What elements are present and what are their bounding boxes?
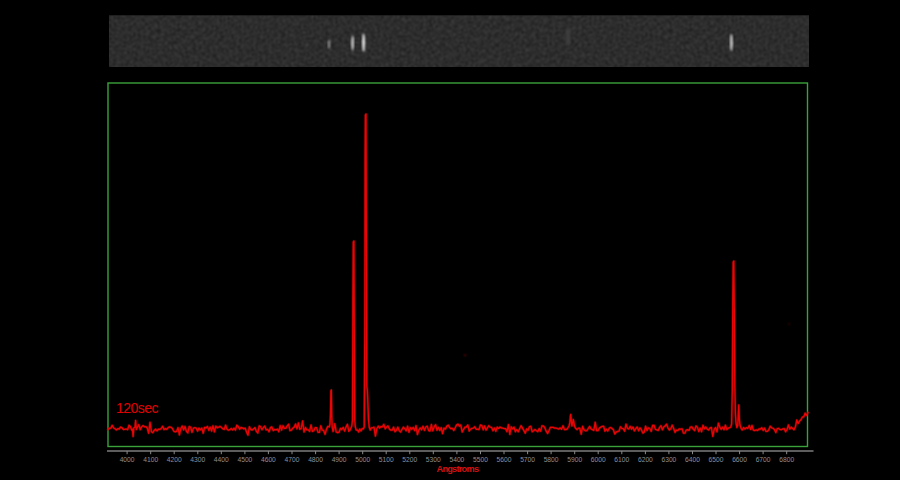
svg-text:5000: 5000: [355, 456, 370, 463]
svg-text:6300: 6300: [661, 456, 676, 463]
svg-text:5400: 5400: [449, 456, 464, 463]
svg-text:6200: 6200: [638, 456, 653, 463]
svg-text:4000: 4000: [120, 456, 135, 463]
svg-text:6600: 6600: [732, 456, 747, 463]
svg-text:4900: 4900: [332, 456, 347, 463]
svg-text:6000: 6000: [591, 456, 606, 463]
svg-text:6100: 6100: [614, 456, 629, 463]
svg-text:5200: 5200: [402, 456, 417, 463]
svg-text:120sec: 120sec: [116, 400, 159, 416]
svg-text:5900: 5900: [567, 456, 582, 463]
svg-text:5700: 5700: [520, 456, 535, 463]
svg-text:Angstroms: Angstroms: [437, 464, 480, 474]
svg-text:4400: 4400: [214, 456, 229, 463]
svg-text:6400: 6400: [685, 456, 700, 463]
svg-text:5600: 5600: [497, 456, 512, 463]
svg-text:4600: 4600: [261, 456, 276, 463]
svg-text:4500: 4500: [237, 456, 252, 463]
svg-text:5800: 5800: [544, 456, 559, 463]
svg-text:4200: 4200: [167, 456, 182, 463]
svg-text:4800: 4800: [308, 456, 323, 463]
svg-text:5100: 5100: [379, 456, 394, 463]
svg-text:4100: 4100: [143, 456, 158, 463]
svg-text:5500: 5500: [473, 456, 488, 463]
svg-text:5300: 5300: [426, 456, 441, 463]
svg-text:6800: 6800: [779, 456, 794, 463]
svg-text:6700: 6700: [756, 456, 771, 463]
svg-text:6500: 6500: [709, 456, 724, 463]
svg-text:4700: 4700: [285, 456, 300, 463]
svg-text:4300: 4300: [190, 456, 205, 463]
